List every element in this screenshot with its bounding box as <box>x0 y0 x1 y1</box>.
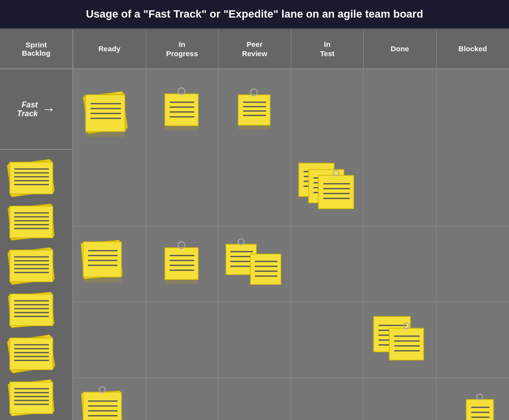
svg-point-161 <box>238 239 244 245</box>
notes-r5-blocked <box>437 378 509 420</box>
col-header-in-progress: In Progress <box>146 29 219 68</box>
col-header-done: Done <box>364 29 437 68</box>
cell-r4-inprogress <box>146 302 219 378</box>
col-headers-row: Ready In Progress Peer Review In Test Do… <box>73 29 509 69</box>
col-header-ready: Ready <box>73 29 146 68</box>
cell-r3-done <box>364 226 437 302</box>
col-header-in-test: In Test <box>291 29 364 68</box>
svg-rect-112 <box>165 94 198 126</box>
page-title: Usage of a "Fast Track" or "Expedite" la… <box>0 0 509 29</box>
svg-rect-30 <box>10 206 53 238</box>
cell-r2-peerreview <box>219 150 291 226</box>
col-header-blocked: Blocked <box>437 29 509 68</box>
cell-r5-intest <box>291 378 364 420</box>
svg-rect-60 <box>10 294 53 326</box>
svg-rect-166 <box>250 254 281 284</box>
cell-r2-done <box>364 150 437 226</box>
stacked-cards-area <box>0 150 72 420</box>
svg-rect-78 <box>10 338 53 370</box>
cell-fast-blocked <box>437 69 509 152</box>
cell-fast-peerreview <box>219 69 291 152</box>
fast-track-label-cell: Fast Track → <box>0 69 72 150</box>
cell-r5-peerreview <box>219 378 291 420</box>
svg-rect-12 <box>10 162 53 194</box>
cell-r4-intest <box>291 302 364 378</box>
svg-rect-136 <box>318 175 354 209</box>
notes-r5-ready <box>73 378 146 420</box>
svg-rect-147 <box>83 242 121 277</box>
board-row-5 <box>73 378 509 420</box>
notes-r2-intest <box>291 150 364 226</box>
cell-r4-blocked <box>437 302 509 378</box>
cell-r4-ready <box>73 302 146 378</box>
svg-rect-90 <box>10 382 53 414</box>
notes-r3-peerreview <box>219 226 291 302</box>
cell-r2-intest <box>291 150 364 226</box>
board-wrapper: Sprint Backlog Fast Track → <box>0 29 509 420</box>
notes-r4-done <box>364 302 436 378</box>
board-row-4 <box>73 302 509 378</box>
main-container: Usage of a "Fast Track" or "Expedite" la… <box>0 0 509 420</box>
notes-fast-peerreview <box>219 69 291 152</box>
backlog-cards-svg <box>2 152 71 420</box>
board-main: Ready In Progress Peer Review In Test Do… <box>73 29 509 420</box>
cell-fast-intest <box>291 69 364 152</box>
svg-rect-159 <box>165 280 198 284</box>
cell-fast-ready <box>73 69 146 152</box>
sprint-backlog-header: Sprint Backlog <box>0 29 72 69</box>
cell-r3-ready <box>73 226 146 302</box>
notes-fast-ready <box>73 69 146 152</box>
cell-r3-peerreview <box>219 226 291 302</box>
cell-r2-inprogress <box>146 150 219 226</box>
cell-fast-done <box>364 69 437 152</box>
col-header-peer-review: Peer Review <box>219 29 291 68</box>
board-rows <box>73 69 509 420</box>
cell-r2-ready <box>73 150 146 226</box>
board-row-2 <box>73 150 509 226</box>
svg-rect-48 <box>10 250 53 282</box>
notes-r3-ready <box>73 226 146 302</box>
cell-r4-done <box>364 302 437 378</box>
cell-r5-done <box>364 378 437 420</box>
cell-r3-blocked <box>437 226 509 302</box>
cell-r2-blocked <box>437 150 509 226</box>
svg-rect-177 <box>389 328 423 360</box>
cell-r5-blocked <box>437 378 509 420</box>
notes-fast-inprogress <box>146 69 219 152</box>
cell-fast-inprogress <box>146 69 219 152</box>
cell-r4-peerreview <box>219 302 291 378</box>
board-row-fast-track <box>73 69 509 150</box>
svg-rect-152 <box>83 277 121 282</box>
board-row-3 <box>73 226 509 302</box>
sidebar: Sprint Backlog Fast Track → <box>0 29 73 420</box>
svg-point-196 <box>476 394 482 399</box>
notes-r3-inprogress <box>146 226 219 302</box>
cell-r3-inprogress <box>146 226 219 302</box>
cell-r5-inprogress <box>146 378 219 420</box>
svg-rect-119 <box>238 95 270 125</box>
svg-rect-111 <box>86 132 125 137</box>
cell-r3-intest <box>291 226 364 302</box>
svg-rect-118 <box>165 126 198 130</box>
cell-r5-ready <box>73 378 146 420</box>
svg-rect-153 <box>165 248 198 279</box>
svg-rect-125 <box>238 126 270 129</box>
